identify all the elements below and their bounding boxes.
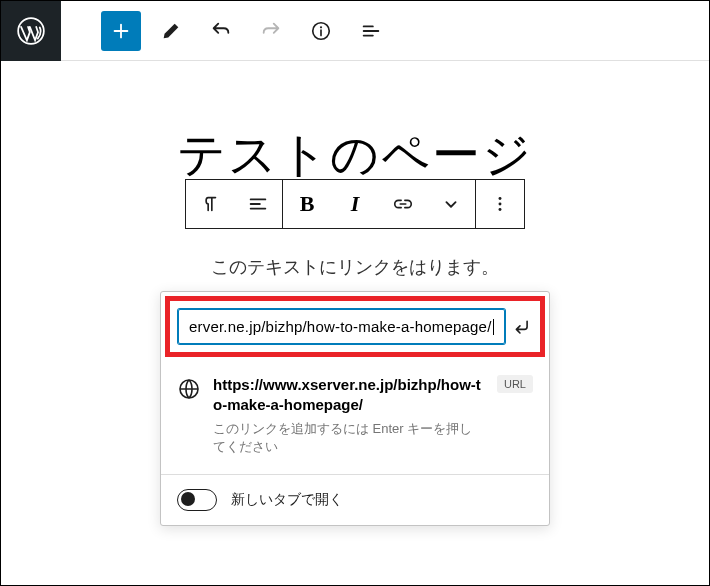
plus-icon	[110, 20, 132, 42]
svg-point-5	[499, 208, 502, 211]
svg-point-4	[499, 203, 502, 206]
new-tab-toggle[interactable]	[177, 489, 217, 511]
text-cursor	[493, 319, 494, 335]
chevron-down-icon	[440, 193, 462, 215]
page-title[interactable]: テストのページ	[177, 123, 533, 187]
italic-button[interactable]: I	[331, 180, 379, 228]
link-url-input-value: erver.ne.jp/bizhp/how-to-make-a-homepage…	[189, 318, 492, 335]
editor-canvas: テストのページ B I	[1, 61, 709, 526]
redo-icon	[260, 20, 282, 42]
undo-button[interactable]	[201, 11, 241, 51]
list-icon	[360, 20, 382, 42]
new-tab-row: 新しいタブで開く	[161, 475, 549, 525]
wordpress-icon	[17, 17, 45, 45]
align-button[interactable]	[234, 180, 282, 228]
svg-point-3	[499, 197, 502, 200]
add-block-button[interactable]	[101, 11, 141, 51]
paragraph-block[interactable]: このテキストにリンクをはります。	[211, 255, 499, 279]
wordpress-logo[interactable]	[1, 1, 61, 61]
link-popover: erver.ne.jp/bizhp/how-to-make-a-homepage…	[160, 291, 550, 526]
info-button[interactable]	[301, 11, 341, 51]
url-badge: URL	[497, 375, 533, 393]
top-toolbar	[1, 1, 709, 61]
link-suggestion-help: このリンクを追加するには Enter キーを押してください	[213, 420, 485, 456]
paragraph-type-button[interactable]	[186, 180, 234, 228]
pilcrow-icon	[199, 193, 221, 215]
link-icon	[392, 193, 414, 215]
link-url-input[interactable]: erver.ne.jp/bizhp/how-to-make-a-homepage…	[178, 309, 505, 344]
edit-mode-button[interactable]	[151, 11, 191, 51]
undo-icon	[210, 20, 232, 42]
link-suggestion-body: https://www.xserver.ne.jp/bizhp/how-to-m…	[213, 375, 485, 456]
redo-button[interactable]	[251, 11, 291, 51]
enter-icon	[511, 316, 532, 337]
kebab-icon	[489, 193, 511, 215]
align-left-icon	[247, 193, 269, 215]
bold-button[interactable]: B	[283, 180, 331, 228]
more-rich-text-button[interactable]	[427, 180, 475, 228]
globe-icon	[177, 377, 201, 401]
submit-link-button[interactable]	[511, 311, 532, 343]
link-suggestion[interactable]: https://www.xserver.ne.jp/bizhp/how-to-m…	[161, 361, 549, 464]
svg-point-2	[320, 26, 322, 28]
new-tab-label: 新しいタブで開く	[231, 491, 343, 509]
link-input-highlight: erver.ne.jp/bizhp/how-to-make-a-homepage…	[165, 296, 545, 357]
link-suggestion-url: https://www.xserver.ne.jp/bizhp/how-to-m…	[213, 375, 485, 416]
block-toolbar: B I	[185, 179, 525, 229]
app-frame: テストのページ B I	[0, 0, 710, 586]
outline-button[interactable]	[351, 11, 391, 51]
info-icon	[310, 20, 332, 42]
more-options-button[interactable]	[476, 180, 524, 228]
link-button[interactable]	[379, 180, 427, 228]
toggle-knob	[181, 492, 195, 506]
pencil-icon	[160, 20, 182, 42]
